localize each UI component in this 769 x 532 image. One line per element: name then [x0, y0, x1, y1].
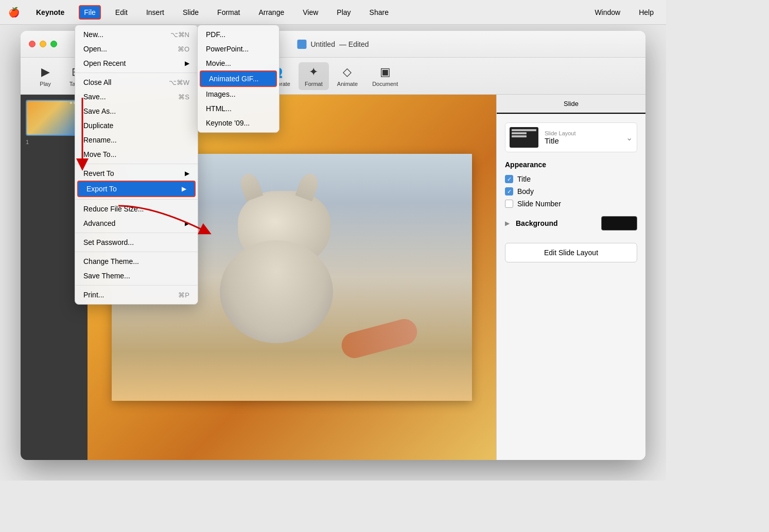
toolbar-format[interactable]: ✦ Format [299, 62, 329, 90]
layout-line1 [512, 129, 536, 131]
menu-print-shortcut: ⌘P [178, 291, 189, 299]
menubar-play[interactable]: Play [333, 6, 355, 19]
right-panel: Slide Slide Layout Title [496, 95, 645, 460]
animate-label: Animate [337, 81, 358, 87]
right-panel-tabs: Slide [497, 95, 645, 114]
layout-preview[interactable]: Slide Layout Title ⌄ [505, 122, 637, 152]
menu-duplicate[interactable]: Duplicate [75, 118, 198, 133]
menubar-window[interactable]: Window [590, 6, 624, 19]
menu-new[interactable]: New... ⌥⌘N [75, 27, 198, 42]
menubar-slide[interactable]: Slide [179, 6, 203, 19]
body-checkbox[interactable]: ✓ [505, 187, 513, 196]
menu-save-theme-label: Save Theme... [83, 272, 130, 280]
export-pdf-label: PDF... [206, 30, 225, 39]
tab-slide[interactable]: Slide [497, 95, 645, 114]
menubar-format[interactable]: Format [213, 6, 244, 19]
menubar-view[interactable]: View [299, 6, 322, 19]
export-keynote09-label: Keynote '09... [206, 119, 250, 127]
check-icon: ✓ [507, 176, 512, 183]
checkbox-title-row: ✓ Title [505, 175, 637, 183]
appearance-title: Appearance [505, 161, 637, 169]
layout-thumbnail [510, 127, 538, 148]
menu-revert-label: Revert To [83, 169, 114, 178]
background-label: Background [516, 219, 558, 227]
checkbox-body-row: ✓ Body [505, 187, 637, 196]
menu-save-as-label: Save As... [83, 107, 116, 115]
menu-change-theme[interactable]: Change Theme... [75, 254, 198, 269]
zoom-button[interactable] [50, 41, 57, 47]
menu-save-label: Save... [83, 93, 106, 101]
toolbar-document[interactable]: ▣ Document [366, 62, 404, 90]
slide-thumb-inner [27, 101, 81, 135]
edit-layout-button[interactable]: Edit Slide Layout [505, 243, 637, 262]
kitten-body [220, 240, 333, 343]
expand-icon: ▶ [505, 220, 510, 227]
menu-advanced[interactable]: Advanced ▶ [75, 216, 198, 230]
separator5 [75, 252, 198, 252]
export-gif-label: Animated GIF... [209, 75, 258, 83]
menu-open[interactable]: Open... ⌘O [75, 42, 198, 56]
menu-rename[interactable]: Rename... [75, 133, 198, 147]
layout-info: Slide Layout Title [545, 130, 620, 145]
menu-change-theme-label: Change Theme... [83, 257, 139, 265]
title-checkbox[interactable]: ✓ [505, 175, 513, 183]
menu-rename-label: Rename... [83, 136, 117, 144]
menubar-arrange[interactable]: Arrange [254, 6, 288, 19]
menubar-insert[interactable]: Insert [142, 6, 168, 19]
slide-thumbnail[interactable] [26, 100, 82, 136]
menu-duplicate-label: Duplicate [83, 121, 113, 130]
menu-set-password[interactable]: Set Password... [75, 235, 198, 250]
format-label: Format [305, 81, 323, 87]
export-html-label: HTML... [206, 104, 232, 113]
menu-print[interactable]: Print... ⌘P [75, 288, 198, 302]
separator1 [75, 73, 198, 73]
document-icon [297, 40, 306, 49]
toolbar-animate[interactable]: ◇ Animate [331, 62, 364, 90]
check-icon2: ✓ [507, 188, 512, 195]
menubar-edit[interactable]: Edit [111, 6, 132, 19]
menu-save[interactable]: Save... ⌘S [75, 90, 198, 104]
menu-save-as[interactable]: Save As... [75, 104, 198, 118]
export-movie-label: Movie... [206, 59, 231, 67]
slidenumber-label: Slide Number [517, 200, 561, 208]
export-images-label: Images... [206, 90, 236, 98]
export-pdf[interactable]: PDF... [198, 27, 279, 42]
menu-reduce-label: Reduce File Size... [83, 205, 144, 213]
menu-save-theme[interactable]: Save Theme... [75, 269, 198, 283]
background-swatch[interactable] [601, 216, 637, 230]
menubar-share[interactable]: Share [365, 6, 393, 19]
export-html[interactable]: HTML... [198, 101, 279, 116]
toolbar-play[interactable]: ▶ Play [31, 62, 60, 90]
minimize-button[interactable] [40, 41, 46, 47]
layout-line3 [512, 135, 527, 137]
close-button[interactable] [29, 41, 36, 47]
animate-icon: ◇ [343, 65, 352, 79]
menu-new-label: New... [83, 30, 103, 39]
menu-export-to[interactable]: Export To ▶ [77, 181, 196, 197]
menu-revert[interactable]: Revert To ▶ [75, 166, 198, 181]
app-name[interactable]: Keynote [32, 6, 68, 19]
background-section[interactable]: ▶ Background [505, 216, 637, 230]
appearance-section: Appearance ✓ Title ✓ Body [505, 161, 637, 208]
body-checkbox-label: Body [517, 187, 534, 196]
export-keynote09[interactable]: Keynote '09... [198, 116, 279, 130]
traffic-lights [29, 41, 57, 47]
export-animated-gif[interactable]: Animated GIF... [200, 70, 277, 87]
menu-move-to[interactable]: Move To... [75, 147, 198, 162]
apple-icon[interactable]: 🍎 [8, 7, 20, 18]
export-powerpoint-label: PowerPoint... [206, 45, 249, 53]
menu-reduce[interactable]: Reduce File Size... [75, 202, 198, 216]
slidenumber-checkbox[interactable] [505, 200, 513, 208]
menu-close-all[interactable]: Close All ⌥⌘W [75, 75, 198, 90]
menu-open-shortcut: ⌘O [178, 45, 189, 53]
export-movie[interactable]: Movie... [198, 56, 279, 70]
slide-number: 1 [26, 139, 29, 145]
export-images[interactable]: Images... [198, 87, 279, 101]
menubar-help[interactable]: Help [635, 6, 658, 19]
menu-open-recent[interactable]: Open Recent ▶ [75, 56, 198, 70]
play-icon: ▶ [41, 65, 50, 79]
menubar-file[interactable]: File [79, 5, 101, 20]
menu-export-label: Export To [86, 185, 117, 193]
advanced-arrow: ▶ [185, 220, 189, 227]
export-powerpoint[interactable]: PowerPoint... [198, 42, 279, 56]
